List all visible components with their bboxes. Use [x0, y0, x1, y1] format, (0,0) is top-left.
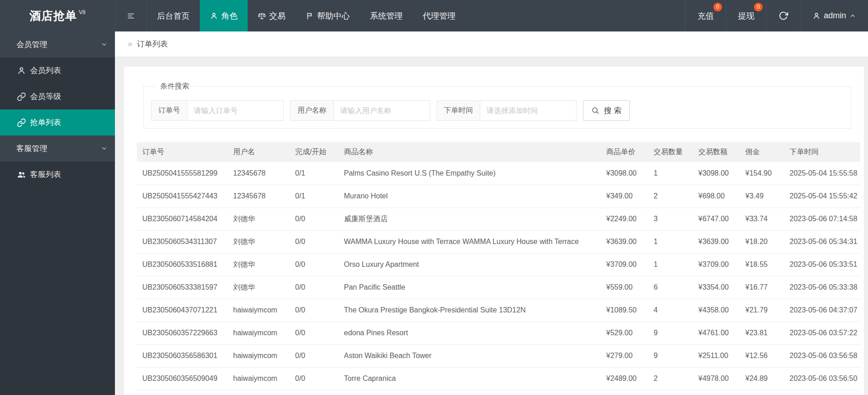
search-legend: 条件搜索	[156, 82, 194, 91]
cell-order-time: 2023-05-06 05:33:51	[784, 253, 860, 276]
table-row: UB2305060533516881刘德华0/0Orso Luxury Apar…	[137, 253, 860, 276]
cell-trade-amount: ¥3639.00	[693, 230, 740, 253]
col-header-order-time: 下单时间	[784, 142, 860, 162]
brand-logo: 酒店抢单 V8	[0, 0, 115, 31]
cell-product-name: The Okura Prestige Bangkok-Presidential …	[338, 299, 601, 322]
sidebar-item-0-1[interactable]: 会员等级	[0, 83, 115, 109]
cell-commission: ¥16.77	[740, 276, 784, 299]
top-navbar: 酒店抢单 V8 后台首页角色交易帮助中心系统管理代理管理 充值 0 提现 0	[0, 0, 868, 31]
nav-item-1[interactable]: 角色	[200, 0, 248, 31]
sidebar-group-label: 会员管理	[16, 39, 47, 50]
refresh-button[interactable]	[766, 0, 800, 31]
cell-progress: 0/0	[290, 344, 338, 367]
sidebar-group-0[interactable]: 会员管理	[0, 31, 115, 57]
chevron-up-icon	[849, 12, 856, 19]
sidebar-item-0-2[interactable]: 抢单列表	[0, 109, 115, 135]
table-row: UB2305060437071221haiwaiymcom0/0The Okur…	[137, 299, 860, 322]
search-field-1: 用户名称	[290, 100, 430, 121]
navbar-right: 充值 0 提现 0 admin	[685, 0, 868, 31]
nav-item-2[interactable]: 交易	[248, 0, 296, 31]
cell-order-no: UB2305060534311307	[137, 230, 228, 253]
cell-order-no: UB2305060714584204	[137, 208, 228, 230]
sidebar-group-1[interactable]: 客服管理	[0, 135, 115, 161]
cell-commission: ¥18.55	[740, 253, 784, 276]
cell-trade-amount: ¥698.00	[693, 185, 740, 208]
cell-trade-qty: 2	[648, 367, 693, 390]
hamburger-icon	[127, 12, 135, 20]
cell-commission: ¥3.49	[740, 185, 784, 208]
cell-unit-price: ¥3098.00	[601, 162, 648, 185]
cell-product-name: Murano Hotel	[338, 185, 601, 208]
link-icon	[17, 118, 26, 127]
refresh-icon	[779, 11, 788, 21]
cell-trade-amount: ¥2511.00	[693, 344, 740, 367]
page-title: 订单列表	[137, 39, 168, 49]
search-row: 订单号用户名称下单时间搜 索	[151, 100, 843, 121]
cell-order-no: UB2505041555427443	[137, 185, 228, 208]
content-card: 条件搜索 订单号用户名称下单时间搜 索 订单号用户名完成/开始商品名称商品单价交…	[124, 67, 864, 395]
search-input-2[interactable]	[480, 100, 577, 121]
cell-commission: ¥154.90	[740, 162, 784, 185]
cell-trade-qty: 9	[648, 322, 693, 344]
nav-item-4[interactable]: 系统管理	[360, 0, 413, 31]
cell-unit-price: ¥3709.00	[601, 253, 648, 276]
cell-unit-price: ¥529.00	[601, 322, 648, 344]
search-input-0[interactable]	[187, 100, 284, 121]
sidebar-toggle-button[interactable]	[115, 0, 147, 31]
cell-product-name: Lotte Hotel Seattle	[338, 390, 601, 395]
cell-product-name: edona Pines Resort	[338, 322, 601, 344]
search-field-0: 订单号	[151, 100, 284, 121]
search-icon	[591, 106, 600, 115]
cell-order-no: UB2505041555581299	[137, 162, 228, 185]
cell-progress: 0/0	[290, 299, 338, 322]
cell-trade-amount: ¥4358.00	[693, 299, 740, 322]
chevron-down-icon	[101, 145, 108, 152]
sidebar: 会员管理会员列表会员等级抢单列表客服管理客服列表	[0, 31, 115, 395]
cell-progress: 0/0	[290, 367, 338, 390]
cell-username: 12345678	[228, 162, 290, 185]
cell-unit-price: ¥279.00	[601, 344, 648, 367]
cell-order-time: 2023-05-06 05:34:31	[784, 230, 860, 253]
nav-item-label: 代理管理	[423, 10, 456, 21]
cell-progress: 0/0	[290, 322, 338, 344]
cell-trade-qty: 1	[648, 230, 693, 253]
col-header-progress: 完成/开始	[290, 142, 338, 162]
sidebar-item-0-0[interactable]: 会员列表	[0, 57, 115, 83]
user-menu[interactable]: admin	[800, 0, 868, 31]
sidebar-item-1-0[interactable]: 客服列表	[0, 161, 115, 187]
page-body: 条件搜索 订单号用户名称下单时间搜 索 订单号用户名完成/开始商品名称商品单价交…	[115, 57, 868, 395]
col-header-order-no: 订单号	[137, 142, 228, 162]
search-button-label: 搜 索	[604, 105, 622, 116]
cell-username: haiwaiymcom	[228, 344, 290, 367]
search-input-1[interactable]	[333, 100, 430, 121]
table-row: UB2305060356509049haiwaiymcom0/0Torre Ca…	[137, 367, 860, 390]
cell-trade-qty: 9	[648, 390, 693, 395]
search-field-label: 下单时间	[437, 100, 480, 121]
cell-trade-qty: 3	[648, 208, 693, 230]
cell-trade-amount: ¥4761.00	[693, 322, 740, 344]
cell-commission: ¥18.20	[740, 230, 784, 253]
withdraw-badge: 0	[754, 3, 763, 11]
cell-product-name: Torre Capranica	[338, 367, 601, 390]
chevron-down-icon	[101, 41, 108, 48]
nav-item-label: 角色	[221, 10, 238, 21]
nav-item-0[interactable]: 后台首页	[147, 0, 200, 31]
cell-order-time: 2025-05-04 15:55:42	[784, 185, 860, 208]
nav-item-label: 系统管理	[370, 10, 403, 21]
withdraw-label: 提现	[738, 10, 754, 21]
withdraw-button[interactable]: 提现 0	[726, 0, 766, 31]
search-button[interactable]: 搜 索	[583, 100, 630, 121]
table-row: UB2505041555581299123456780/1Palms Casin…	[137, 162, 860, 185]
username-label: admin	[824, 11, 846, 21]
cell-username: 刘德华	[228, 208, 290, 230]
col-header-product-name: 商品名称	[338, 142, 601, 162]
nav-item-5[interactable]: 代理管理	[413, 0, 466, 31]
cell-trade-amount: ¥7821.00	[693, 390, 740, 395]
cell-username: haiwaiymcom	[228, 299, 290, 322]
scale-icon	[258, 12, 266, 20]
cell-unit-price: ¥2489.00	[601, 367, 648, 390]
table-row: UB2505041555427443123456780/1Murano Hote…	[137, 185, 860, 208]
table-row: UB2305060356436524haiwaiymcom0/0Lotte Ho…	[137, 390, 860, 395]
recharge-button[interactable]: 充值 0	[685, 0, 726, 31]
nav-item-3[interactable]: 帮助中心	[296, 0, 360, 31]
